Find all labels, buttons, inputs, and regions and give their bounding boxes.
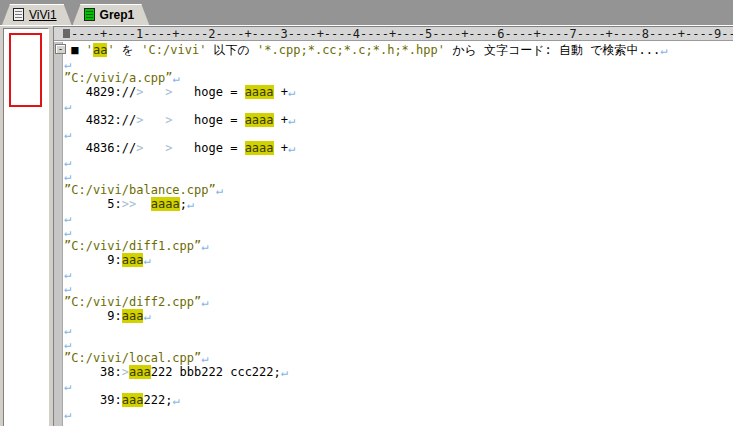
grep-line[interactable]: ↵ — [64, 127, 733, 141]
return-mark: ↵ — [64, 323, 71, 337]
return-mark: ↵ — [143, 309, 150, 323]
return-mark: ↵ — [64, 407, 71, 421]
grep-line[interactable]: ↵ — [64, 155, 733, 169]
string-text: ”C:/vivi/diff1.cpp” — [64, 239, 201, 253]
grep-line[interactable]: 4832://> > hoge = aaaa +↵ — [64, 113, 733, 127]
string-text: '*.cpp;*.cc;*.c;*.h;*.hpp' — [257, 43, 445, 57]
plain-text: 222 bbb222 ccc222; — [151, 365, 281, 379]
match-highlight: aaaa — [151, 197, 180, 211]
plain-text: + — [274, 85, 288, 99]
return-mark: ↵ — [64, 379, 71, 393]
grep-line[interactable]: 38:>aaa222 bbb222 ccc222;↵ — [64, 365, 733, 379]
match-highlight: aaa — [129, 365, 151, 379]
tab-grep1[interactable]: Grep1 — [73, 4, 150, 25]
grep-line[interactable]: ↵ — [64, 57, 733, 71]
grep-line[interactable]: ■ 'aa' を 'C:/vivi' 以下の '*.cpp;*.cc;*.c;*… — [64, 43, 733, 57]
return-mark: ↵ — [64, 169, 71, 183]
return-mark: ↵ — [64, 155, 71, 169]
return-mark: ↵ — [172, 71, 179, 85]
grep-line[interactable]: ↵ — [64, 169, 733, 183]
plain-text: 5: — [64, 197, 122, 211]
plain-text: ; — [180, 197, 187, 211]
tab-mark: > — [165, 141, 194, 155]
plain-text: + — [274, 113, 288, 127]
grep-line[interactable]: ↵ — [64, 407, 733, 421]
plain-text: 39: — [64, 393, 122, 407]
match-highlight: aaaa — [245, 85, 274, 99]
grep-line[interactable]: 4836://> > hoge = aaaa +↵ — [64, 141, 733, 155]
grep-line[interactable]: ↵ — [64, 211, 733, 225]
tab-mark: > — [122, 197, 129, 211]
viewport-indicator[interactable] — [9, 33, 42, 107]
column-ruler: ----+----1----+----2----+----3----+----4… — [54, 27, 733, 41]
string-text: ”C:/vivi/local.cpp” — [64, 351, 201, 365]
plain-text: を — [115, 43, 142, 57]
plain-text: 9: — [64, 253, 122, 267]
grep-line[interactable]: ↵ — [64, 379, 733, 393]
return-mark: ↵ — [288, 85, 295, 99]
ruler-ticks: ----+----1----+----2----+----3----+----4… — [71, 27, 733, 41]
string-text: 'C:/vivi' — [141, 43, 206, 57]
grep-line[interactable]: ”C:/vivi/local.cpp”↵ — [64, 351, 733, 365]
tab-mark: > — [136, 85, 165, 99]
grep-line[interactable]: ↵ — [64, 225, 733, 239]
return-mark: ↵ — [201, 351, 208, 365]
string-text: ”C:/vivi/balance.cpp” — [64, 183, 216, 197]
grep-line[interactable]: ↵ — [64, 337, 733, 351]
plain-text: 4832:// — [64, 113, 136, 127]
return-mark: ↵ — [64, 57, 71, 71]
return-mark: ↵ — [172, 393, 179, 407]
grep-output[interactable]: ■ 'aa' を 'C:/vivi' 以下の '*.cpp;*.cc;*.c;*… — [64, 42, 733, 426]
plain-text: 38: — [64, 365, 122, 379]
plain-text: ■ — [64, 43, 86, 57]
return-mark: ↵ — [281, 365, 288, 379]
grep-line[interactable]: ↵ — [64, 99, 733, 113]
return-mark: ↵ — [201, 295, 208, 309]
plain-text — [136, 197, 150, 211]
grep-line[interactable]: 9:aaa↵ — [64, 309, 733, 323]
grep-line[interactable]: ↵ — [64, 267, 733, 281]
return-mark: ↵ — [64, 127, 71, 141]
document-minimap[interactable] — [3, 28, 49, 426]
plain-text: 4836:// — [64, 141, 136, 155]
document-icon — [84, 8, 95, 21]
match-highlight: aaa — [122, 309, 144, 323]
return-mark: ↵ — [64, 337, 71, 351]
grep-line[interactable]: 9:aaa↵ — [64, 253, 733, 267]
grep-line[interactable]: 39:aaa222;↵ — [64, 393, 733, 407]
return-mark: ↵ — [64, 99, 71, 113]
grep-line[interactable]: ”C:/vivi/diff2.cpp”↵ — [64, 295, 733, 309]
grep-line[interactable]: 5:>> aaaa;↵ — [64, 197, 733, 211]
grep-line[interactable]: ↵ — [64, 323, 733, 337]
return-mark: ↵ — [660, 43, 667, 57]
tab-vivi1[interactable]: ViVi1 — [2, 4, 72, 25]
grep-line[interactable]: ”C:/vivi/balance.cpp”↵ — [64, 183, 733, 197]
match-highlight: aa — [93, 43, 107, 57]
string-text: ”C:/vivi/a.cpp” — [64, 71, 172, 85]
fold-toggle[interactable]: - — [55, 44, 66, 54]
grep-results-editor[interactable]: ----+----1----+----2----+----3----+----4… — [53, 26, 733, 426]
fold-margin — [54, 42, 63, 426]
grep-line[interactable]: ”C:/vivi/a.cpp”↵ — [64, 71, 733, 85]
return-mark: ↵ — [187, 197, 194, 211]
tab-mark: > — [165, 113, 194, 127]
return-mark: ↵ — [64, 225, 71, 239]
tab-bar: ViVi1Grep1 — [0, 0, 733, 26]
plain-text: 以下の — [206, 43, 257, 57]
string-text: ' — [86, 43, 93, 57]
tab-label: ViVi1 — [29, 8, 57, 22]
grep-line[interactable]: ”C:/vivi/diff1.cpp”↵ — [64, 239, 733, 253]
main-area: ----+----1----+----2----+----3----+----4… — [0, 26, 733, 426]
tab-mark: > — [136, 113, 165, 127]
plain-text: hoge = — [194, 85, 245, 99]
plain-text: 222; — [143, 393, 172, 407]
grep-line[interactable]: 4829://> > hoge = aaaa +↵ — [64, 85, 733, 99]
match-highlight: aaa — [122, 253, 144, 267]
return-mark: ↵ — [201, 239, 208, 253]
plain-text: から 文字コード: 自動 で検索中... — [445, 43, 660, 57]
match-highlight: aaaa — [245, 141, 274, 155]
return-mark: ↵ — [64, 211, 71, 225]
grep-line[interactable]: ↵ — [64, 281, 733, 295]
match-highlight: aaaa — [245, 113, 274, 127]
return-mark: ↵ — [64, 281, 71, 295]
